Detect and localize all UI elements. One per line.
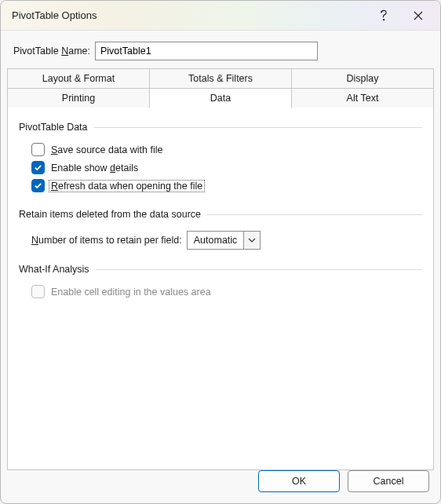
tab-panel-data: PivotTable Data Save source data with fi… — [7, 108, 434, 470]
name-label: PivotTable Name: — [13, 46, 90, 57]
close-button[interactable] — [401, 4, 436, 27]
group-pivottable-data-legend: PivotTable Data — [19, 122, 422, 133]
ok-button[interactable]: OK — [258, 470, 340, 492]
group-retain-legend: Retain items deleted from the data sourc… — [19, 209, 422, 220]
tab-alt-text[interactable]: Alt Text — [291, 88, 434, 108]
tabs-area: Layout & Format Totals & Filters Display… — [1, 68, 440, 470]
enable-cell-editing-row: Enable cell editing in the values area — [31, 283, 422, 301]
enable-cell-editing-checkbox — [31, 285, 45, 298]
titlebar: PivotTable Options — [1, 1, 440, 31]
tab-layout-format[interactable]: Layout & Format — [7, 68, 150, 89]
group-whatif-legend: What-If Analysis — [19, 264, 422, 275]
enable-show-details-checkbox[interactable] — [31, 161, 45, 174]
number-items-select[interactable]: Automatic — [187, 231, 261, 250]
tabs-row-1: Layout & Format Totals & Filters Display — [7, 68, 434, 89]
help-icon — [379, 9, 388, 22]
pivottable-options-dialog: PivotTable Options PivotTable Name: Layo… — [0, 0, 441, 504]
refresh-on-open-checkbox[interactable] — [31, 179, 45, 192]
number-items-dropdown-button[interactable] — [243, 231, 261, 250]
tab-display[interactable]: Display — [291, 68, 434, 89]
refresh-on-open-row: Refresh data when opening the file — [31, 177, 422, 195]
cancel-button[interactable]: Cancel — [348, 470, 429, 492]
number-items-value: Automatic — [187, 231, 244, 250]
tabs-row-2: Printing Data Alt Text — [7, 88, 434, 108]
enable-show-details-row: Enable show details — [31, 159, 422, 177]
enable-cell-editing-label: Enable cell editing in the values area — [51, 287, 211, 298]
number-items-label: Number of items to retain per field: — [31, 235, 182, 246]
save-source-data-row: Save source data with file — [31, 141, 422, 159]
group-whatif: Enable cell editing in the values area — [19, 278, 422, 310]
tab-printing[interactable]: Printing — [7, 88, 150, 108]
pivottable-name-input[interactable] — [95, 42, 318, 60]
save-source-data-checkbox[interactable] — [31, 143, 45, 156]
chevron-down-icon — [248, 238, 256, 243]
enable-show-details-label: Enable show details — [51, 163, 138, 173]
group-pivottable-data: Save source data with file Enable show d… — [19, 136, 422, 204]
help-button[interactable] — [366, 4, 401, 27]
tab-data[interactable]: Data — [149, 88, 292, 108]
dialog-footer: OK Cancel — [1, 470, 440, 503]
dialog-title: PivotTable Options — [12, 9, 366, 21]
save-source-data-label: Save source data with file — [51, 144, 162, 155]
number-items-row: Number of items to retain per field: Aut… — [31, 228, 422, 250]
name-row: PivotTable Name: — [1, 31, 440, 68]
group-retain: Number of items to retain per field: Aut… — [19, 223, 422, 259]
refresh-on-open-label: Refresh data when opening the file — [49, 180, 205, 192]
close-icon — [414, 11, 423, 20]
tab-totals-filters[interactable]: Totals & Filters — [149, 68, 292, 89]
